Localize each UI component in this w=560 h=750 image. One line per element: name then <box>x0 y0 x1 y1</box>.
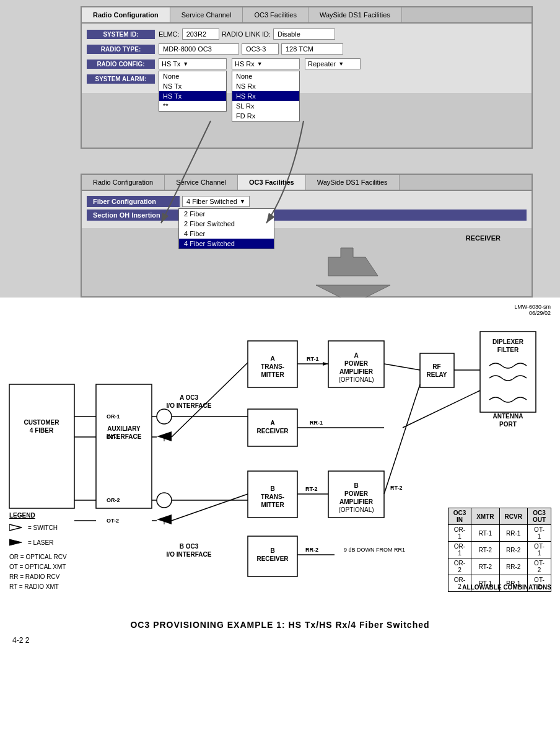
system-alarm-row: SYSTEM ALARM: BO <box>87 73 527 84</box>
r3-rcvr: RR-2 <box>499 558 527 575</box>
svg-text:9 dB DOWN FROM RR1: 9 dB DOWN FROM RR1 <box>344 547 405 553</box>
r2-rcvr: RR-2 <box>499 542 527 558</box>
radio-link-id-value[interactable]: Disable <box>273 29 335 40</box>
svg-text:OT-2: OT-2 <box>107 518 119 524</box>
tab-service-channel[interactable]: Service Channel <box>170 7 243 22</box>
svg-rect-4 <box>9 384 74 508</box>
svg-text:RT-1: RT-1 <box>307 356 319 362</box>
svg-text:RR-1: RR-1 <box>310 420 323 426</box>
svg-point-52 <box>157 493 172 508</box>
svg-text:OT-1: OT-1 <box>107 434 119 440</box>
hs-rx-dropdown[interactable]: HS Rx ▼ <box>232 58 300 69</box>
svg-text:AUXILIARY: AUXILIARY <box>107 425 141 432</box>
fiber-config-button[interactable]: Fiber Configuration <box>87 196 180 207</box>
svg-text:RF: RF <box>432 363 440 370</box>
svg-text:MITTER: MITTER <box>261 371 284 378</box>
elmc-value[interactable]: 203R2 <box>182 29 219 40</box>
svg-marker-84 <box>9 539 22 545</box>
svg-point-47 <box>157 409 172 424</box>
dropdown-item-fd-rx[interactable]: FD Rx <box>232 111 299 121</box>
fiber-opt-2-switched[interactable]: 2 Fiber Switched <box>179 219 274 229</box>
col-xmtr: XMTR <box>471 508 499 525</box>
hs-tx-dropdown[interactable]: HS Tx ▼ <box>159 58 227 69</box>
svg-text:DIPLEXER: DIPLEXER <box>492 338 524 345</box>
dropdown-item-hs-tx[interactable]: HS Tx <box>159 91 226 101</box>
fiber-opt-4[interactable]: 4 Fiber <box>179 229 274 239</box>
fiber-config-arrow: ▼ <box>240 198 245 205</box>
diagram-canvas: CUSTOMER 4 FIBER AUXILIARY INTERFACE A O… <box>6 304 551 595</box>
r1-oc3in: OR-1 <box>448 525 471 542</box>
diagram-section: LMW-6030-sm 06/29/02 CUSTOMER 4 FIBER AU… <box>0 298 560 607</box>
tab-wayside-ds1[interactable]: WaySide DS1 Facilities <box>308 7 402 22</box>
r2-xmtr: RT-2 <box>471 542 499 558</box>
svg-text:A OC3: A OC3 <box>180 394 199 401</box>
tab-oc3-facilities[interactable]: OC3 Facilities <box>243 7 308 22</box>
radio-link-id-label: RADIO LINK ID: <box>222 30 271 38</box>
dropdown-item-none-rx[interactable]: None <box>232 71 299 81</box>
r4-xmtr: RT-1 <box>471 575 499 592</box>
r3-oc3out: OT-2 <box>527 558 551 575</box>
page-title: OC3 PROVISIONING EXAMPLE 1: HS Tx/HS Rx/… <box>0 614 560 636</box>
svg-text:ANTENNA: ANTENNA <box>493 413 523 420</box>
col-oc3in: OC3 IN <box>448 508 471 525</box>
or-desc: OR = OPTICAL RCV <box>9 552 67 562</box>
tcm-value[interactable]: 128 TCM <box>281 43 343 55</box>
r4-oc3in: OR-2 <box>448 575 471 592</box>
table-row: OR-1 RT-1 RR-1 OT-1 <box>448 525 551 542</box>
svg-text:OR-1: OR-1 <box>107 413 120 420</box>
tab2-oc3-facilities[interactable]: OC3 Facilities <box>238 175 306 190</box>
svg-text:B OC3: B OC3 <box>180 543 199 550</box>
svg-text:4 FIBER: 4 FIBER <box>30 427 54 434</box>
abbrev-list: OR = OPTICAL RCV OT = OPTICAL XMT RR = R… <box>9 552 67 592</box>
repeater-dropdown[interactable]: Repeater ▼ <box>305 58 361 69</box>
tab2-service-channel[interactable]: Service Channel <box>165 175 238 190</box>
svg-text:I/O INTERFACE: I/O INTERFACE <box>167 551 212 558</box>
fiber-opt-2[interactable]: 2 Fiber <box>179 209 274 219</box>
tab2-wayside-ds1[interactable]: WaySide DS1 Facilities <box>306 175 400 190</box>
r2-oc3in: OR-1 <box>448 542 471 558</box>
hs-rx-dropdown-list: None NS Rx HS Rx SL Rx FD Rx <box>232 71 300 121</box>
repeater-arrow: ▼ <box>338 61 344 67</box>
dropdown-item-hs-rx[interactable]: HS Rx <box>232 91 299 101</box>
oc3-value[interactable]: OC3-3 <box>242 43 279 55</box>
rt-desc: RT = RADIO XMT <box>9 582 67 592</box>
svg-text:A: A <box>270 420 274 426</box>
dropdown-item-ns-rx[interactable]: NS Rx <box>232 81 299 91</box>
rr-desc: RR = RADIO RCV <box>9 572 67 582</box>
dropdown-item-star-tx[interactable]: ** <box>159 101 226 111</box>
tab2-radio-config[interactable]: Radio Configuration <box>82 175 165 190</box>
hs-rx-arrow: ▼ <box>257 61 263 67</box>
system-id-row: SYSTEM ID: ELMC: 203R2 RADIO LINK ID: Di… <box>87 29 527 40</box>
dropdown-item-sl-rx[interactable]: SL Rx <box>232 101 299 111</box>
r1-xmtr: RT-1 <box>471 525 499 542</box>
r3-oc3in: OR-2 <box>448 558 471 575</box>
radio-type-label: RADIO TYPE: <box>87 45 155 54</box>
svg-text:FILTER: FILTER <box>497 346 519 353</box>
panel1: Radio Configuration Service Channel OC3 … <box>81 6 533 149</box>
tab-bar-1: Radio Configuration Service Channel OC3 … <box>82 7 532 24</box>
svg-text:POWER: POWER <box>344 360 369 367</box>
svg-text:(OPTIONAL): (OPTIONAL) <box>338 376 374 383</box>
system-alarm-label: SYSTEM ALARM: <box>87 74 155 84</box>
section-oh-button[interactable]: Section OH Insertion <box>87 210 527 221</box>
radio-config-label: RADIO CONFIG: <box>87 60 155 69</box>
elmc-label: ELMC: <box>159 30 180 38</box>
radio-config-row: RADIO CONFIG: HS Tx ▼ None NS Tx HS Tx *… <box>87 58 527 69</box>
svg-text:(OPTIONAL): (OPTIONAL) <box>338 506 374 513</box>
fiber-config-value[interactable]: 4 Fiber Switched ▼ <box>182 196 250 207</box>
tab-radio-config[interactable]: Radio Configuration <box>82 7 170 22</box>
radio-type-row: RADIO TYPE: MDR-8000 OC3 OC3-3 128 TCM <box>87 43 527 55</box>
svg-text:RR-2: RR-2 <box>305 547 318 553</box>
svg-rect-38 <box>420 353 454 387</box>
legend-title: LEGEND <box>9 512 67 519</box>
svg-text:PORT: PORT <box>499 421 517 428</box>
dropdown-item-none-tx[interactable]: None <box>159 71 226 81</box>
combo-section: ALLOWABLE COMBINATIONS OC3 IN XMTR RCVR … <box>462 584 551 592</box>
r4-rcvr: RR-1 <box>499 575 527 592</box>
table-row: OR-2 RT-2 RR-2 OT-2 <box>448 558 551 575</box>
fiber-opt-4-switched[interactable]: 4 Fiber Switched <box>179 239 274 249</box>
table-row: OR-1 RT-2 RR-2 OT-1 <box>448 542 551 558</box>
svg-text:CUSTOMER: CUSTOMER <box>24 419 59 426</box>
dropdown-item-ns-tx[interactable]: NS Tx <box>159 81 226 91</box>
radio-type-value[interactable]: MDR-8000 OC3 <box>159 43 239 55</box>
